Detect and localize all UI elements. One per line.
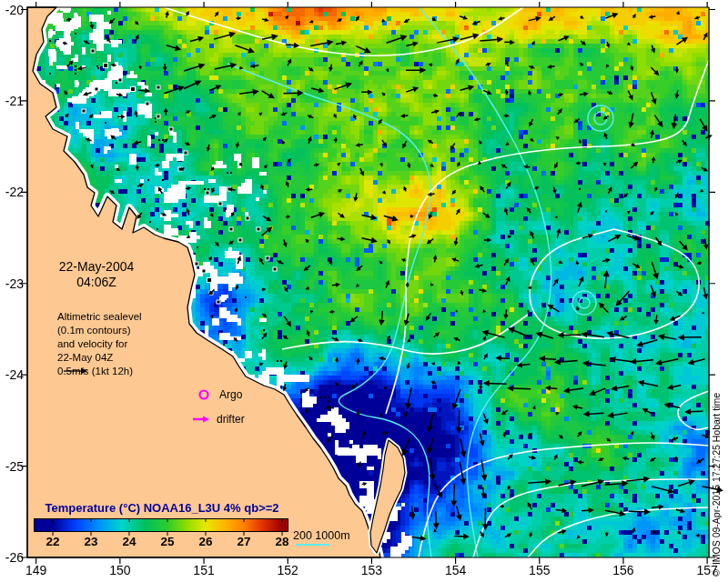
colorbar-tick-label: 24	[117, 535, 141, 548]
colorbar-tick-label: 28	[270, 535, 294, 548]
y-tick-label: -21	[0, 94, 24, 108]
y-tick-label: -26	[0, 550, 24, 565]
colorbar-tick-label: 27	[232, 535, 256, 548]
altimetry-note: Altimetric sealevel (0.1m contours) and …	[57, 310, 142, 378]
x-tick-label: 151	[191, 563, 217, 577]
x-tick-label: 152	[275, 563, 300, 577]
x-tick-label: 153	[359, 563, 384, 577]
colorbar-tick-labels: 22232425262728	[0, 535, 328, 549]
sst-map-canvas	[0, 0, 728, 582]
colorbar-tick-label: 22	[41, 535, 65, 548]
note-line: 0.5m/s (1kt 12h)	[57, 365, 142, 378]
y-tick-label: -23	[0, 276, 24, 291]
x-tick-label: 157	[694, 563, 720, 577]
note-line: (0.1m contours)	[57, 324, 142, 337]
x-tick-label: 150	[107, 563, 133, 577]
date-annotation: 22-May-2004 04:06Z	[55, 259, 138, 290]
y-axis-tick-labels: -20-21-22-23-24-25-26	[0, 0, 25, 582]
note-line: Altimetric sealevel	[57, 310, 142, 324]
argo-legend-label: Argo	[219, 388, 242, 401]
note-line: 22-May 04Z	[57, 351, 142, 365]
sst-map-page: 22-May-2004 04:06Z Altimetric sealevel (…	[0, 0, 728, 582]
x-axis-tick-labels: 149150151152153154155156157	[0, 563, 728, 579]
colorbar-title: Temperature (°C) NOAA16_L3U 4% qb>=2	[34, 501, 290, 515]
y-tick-label: -25	[0, 459, 24, 474]
date-line-1: 22-May-2004	[55, 259, 138, 275]
y-tick-label: -20	[0, 3, 24, 17]
note-line: and velocity for	[57, 337, 142, 351]
x-tick-label: 149	[24, 563, 49, 577]
drifter-legend-label: drifter	[217, 413, 245, 426]
x-tick-label: 154	[443, 563, 469, 577]
copyright-vertical-text: © IMOS 09-Apr-2015 17:27:25 Hobart time	[711, 351, 724, 578]
colorbar-tick-label: 23	[79, 535, 103, 548]
y-tick-label: -24	[0, 367, 24, 382]
x-tick-label: 155	[527, 563, 552, 577]
y-tick-label: -22	[0, 185, 24, 199]
date-line-2: 04:06Z	[55, 275, 138, 290]
colorbar-tick-label: 26	[194, 535, 217, 548]
x-tick-label: 156	[611, 563, 636, 577]
colorbar-tick-label: 25	[156, 535, 179, 548]
